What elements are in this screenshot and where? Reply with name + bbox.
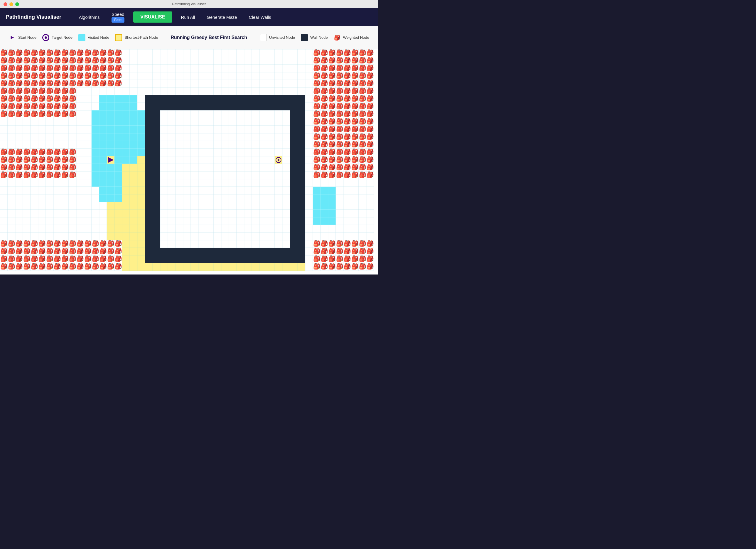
unvisited-label: Unvisited Node (269, 35, 295, 40)
close-button[interactable] (4, 2, 7, 6)
app-brand: Pathfinding Visualiser (6, 14, 61, 20)
weighted-label: Weighted Node (343, 35, 369, 40)
visited-node-label: Visited Node (88, 35, 109, 40)
visualise-button[interactable]: VISUALISE (133, 11, 172, 23)
unvisited-node-icon (260, 34, 267, 41)
legend-visited: Visited Node (78, 34, 109, 41)
legend-start: ► Start Node (9, 34, 36, 41)
minimize-button[interactable] (9, 2, 13, 6)
maximize-button[interactable] (15, 2, 19, 6)
legend-shortest: Shortest-Path Node (115, 34, 158, 41)
target-node-icon (42, 34, 49, 41)
window-title: Pathfinding Visualiser (172, 2, 206, 6)
speed-control[interactable]: Speed Fast (106, 11, 131, 24)
clear-walls-button[interactable]: Clear Walls (243, 12, 277, 22)
titlebar: Pathfinding Visualiser (0, 0, 378, 8)
start-node-label: Start Node (18, 35, 36, 40)
wall-node-icon (301, 34, 308, 41)
speed-value: Fast (112, 17, 125, 23)
wall-label: Wall Node (310, 35, 328, 40)
navbar: Pathfinding Visualiser Algorithms Speed … (0, 8, 378, 26)
running-status: Running Greedy Best First Search (171, 35, 247, 40)
visited-node-icon (78, 34, 85, 41)
app: Pathfinding Visualiser Algorithms Speed … (0, 8, 378, 274)
legend-target: Target Node (42, 34, 72, 41)
shortest-path-icon (115, 34, 122, 41)
target-node-label: Target Node (52, 35, 72, 40)
legend-bar: ► Start Node Target Node Visited Node Sh… (0, 26, 378, 49)
run-all-button[interactable]: Run All (175, 12, 201, 22)
legend-weighted: 🎒 Weighted Node (334, 34, 369, 41)
generate-maze-button[interactable]: Generate Maze (201, 12, 243, 22)
speed-label: Speed (112, 12, 124, 17)
algorithms-menu[interactable]: Algorithms (73, 12, 106, 22)
legend-wall: Wall Node (301, 34, 328, 41)
legend-unvisited: Unvisited Node (260, 34, 295, 41)
pathfinding-grid[interactable] (0, 49, 378, 274)
start-node-icon: ► (9, 34, 16, 41)
titlebar-buttons (4, 2, 19, 6)
shortest-path-label: Shortest-Path Node (124, 35, 158, 40)
grid-container[interactable] (0, 49, 378, 274)
weighted-node-icon: 🎒 (334, 34, 341, 41)
